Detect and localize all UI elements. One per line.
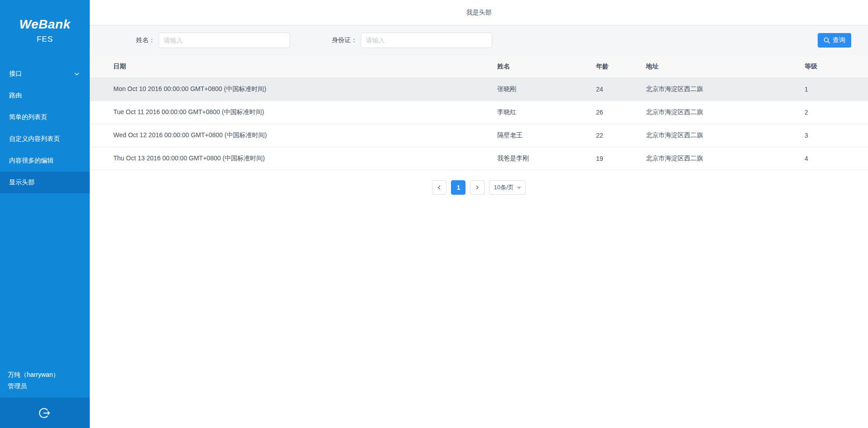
sidebar-item-4[interactable]: 内容很多的编辑	[0, 150, 90, 172]
name-filter-group: 姓名：	[136, 33, 290, 48]
cell-level: 4	[805, 155, 868, 162]
idcard-filter-group: 身份证：	[332, 33, 492, 48]
table-row[interactable]: Mon Oct 10 2016 00:00:00 GMT+0800 (中国标准时…	[90, 78, 868, 101]
sidebar-item-label: 简单的列表页	[9, 113, 47, 121]
search-icon	[824, 37, 830, 43]
name-filter-label: 姓名：	[136, 36, 155, 44]
app-root: WeBank FES 接口 路由 简单的列表页 自定义内容列表页 内容很多的编辑…	[0, 0, 868, 428]
column-header-level: 等级	[805, 63, 868, 71]
sidebar-item-3[interactable]: 自定义内容列表页	[0, 128, 90, 150]
cell-name: 李晓红	[497, 108, 596, 116]
cell-address: 北京市海淀区西二旗	[646, 154, 805, 163]
table-row[interactable]: Wed Oct 12 2016 00:00:00 GMT+0800 (中国标准时…	[90, 124, 868, 147]
cell-level: 2	[805, 109, 868, 116]
logo-brand: WeBank	[0, 17, 90, 32]
sidebar-item-label: 路由	[9, 91, 22, 100]
user-info: 万纯（harrywan） 管理员	[0, 369, 90, 392]
pagination: 1 10条/页	[90, 180, 868, 195]
column-header-date: 日期	[113, 63, 497, 71]
logout-button[interactable]	[0, 398, 90, 428]
name-input[interactable]	[159, 33, 290, 48]
table-row[interactable]: Tue Oct 11 2016 00:00:00 GMT+0800 (中国标准时…	[90, 101, 868, 124]
cell-address: 北京市海淀区西二旗	[646, 108, 805, 116]
data-table: 日期 姓名 年龄 地址 等级 Mon Oct 10 2016 00:00:00 …	[90, 55, 868, 170]
idcard-input[interactable]	[361, 33, 492, 48]
page-title: 我是头部	[466, 9, 492, 16]
sidebar-item-label: 接口	[9, 70, 22, 78]
sidebar-item-1[interactable]: 路由	[0, 85, 90, 106]
sidebar-item-0[interactable]: 接口	[0, 63, 90, 85]
filter-bar: 姓名： 身份证： 查询	[90, 25, 868, 55]
cell-date: Tue Oct 11 2016 00:00:00 GMT+0800 (中国标准时…	[113, 108, 497, 116]
cell-name: 我爸是李刚	[497, 154, 596, 163]
cell-name: 隔壁老王	[497, 131, 596, 139]
table-row[interactable]: Thu Oct 13 2016 00:00:00 GMT+0800 (中国标准时…	[90, 147, 868, 170]
page-header: 我是头部	[90, 0, 868, 25]
cell-date: Wed Oct 12 2016 00:00:00 GMT+0800 (中国标准时…	[113, 131, 497, 139]
cell-level: 1	[805, 86, 868, 93]
page-size-select[interactable]: 10条/页	[489, 180, 525, 195]
next-page-button[interactable]	[470, 180, 485, 195]
sidebar-item-label: 内容很多的编辑	[9, 157, 53, 165]
sidebar-item-2[interactable]: 简单的列表页	[0, 106, 90, 128]
page-number-button[interactable]: 1	[451, 180, 466, 195]
idcard-filter-label: 身份证：	[332, 36, 357, 44]
cell-level: 3	[805, 132, 868, 139]
main-content: 我是头部 姓名： 身份证： 查询	[90, 0, 868, 428]
sidebar-item-label: 自定义内容列表页	[9, 135, 60, 143]
column-header-address: 地址	[646, 63, 805, 71]
cell-date: Mon Oct 10 2016 00:00:00 GMT+0800 (中国标准时…	[113, 85, 497, 93]
chevron-left-icon	[436, 185, 442, 190]
search-button-label: 查询	[833, 36, 845, 44]
user-role: 管理员	[8, 380, 82, 392]
user-name: 万纯（harrywan）	[8, 369, 82, 380]
cell-address: 北京市海淀区西二旗	[646, 85, 805, 93]
column-header-name: 姓名	[497, 63, 596, 71]
sidebar-item-label: 显示头部	[9, 178, 34, 187]
prev-page-button[interactable]	[432, 180, 446, 195]
sidebar-item-5[interactable]: 显示头部	[0, 172, 90, 193]
cell-date: Thu Oct 13 2016 00:00:00 GMT+0800 (中国标准时…	[113, 154, 497, 163]
sidebar-menu: 接口 路由 简单的列表页 自定义内容列表页 内容很多的编辑 显示头部	[0, 63, 90, 193]
logo: WeBank FES	[0, 0, 90, 44]
column-header-age: 年龄	[596, 63, 646, 71]
search-button[interactable]: 查询	[818, 33, 851, 48]
logo-subtitle: FES	[0, 35, 90, 44]
sidebar: WeBank FES 接口 路由 简单的列表页 自定义内容列表页 内容很多的编辑…	[0, 0, 90, 428]
chevron-right-icon	[475, 185, 480, 190]
cell-name: 张晓刚	[497, 85, 596, 93]
cell-age: 24	[596, 86, 646, 93]
logout-icon	[39, 407, 51, 419]
page-size-label: 10条/页	[494, 183, 514, 192]
table-body: Mon Oct 10 2016 00:00:00 GMT+0800 (中国标准时…	[90, 78, 868, 170]
cell-age: 19	[596, 155, 646, 162]
table-header-row: 日期 姓名 年龄 地址 等级	[90, 55, 868, 78]
chevron-down-icon	[74, 71, 80, 77]
cell-address: 北京市海淀区西二旗	[646, 131, 805, 139]
cell-age: 26	[596, 109, 646, 116]
cell-age: 22	[596, 132, 646, 139]
caret-down-icon	[517, 187, 521, 189]
